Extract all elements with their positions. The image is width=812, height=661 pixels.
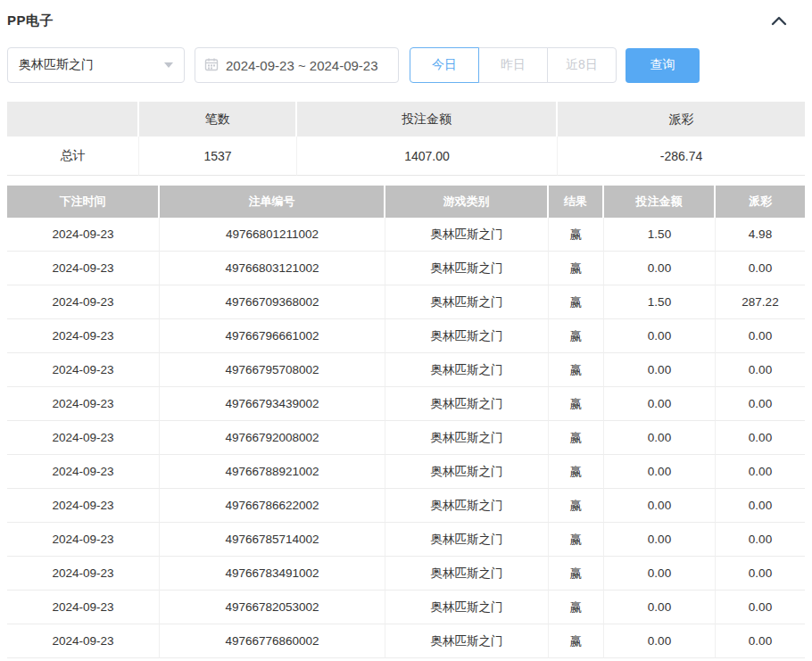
cell-order-number: 49766793439002 bbox=[160, 387, 385, 421]
header-game-category: 游戏类别 bbox=[385, 186, 549, 218]
cell-payout: 287.22 bbox=[716, 285, 805, 319]
page-title: PP电子 bbox=[7, 12, 54, 29]
cell-bet-amount: 0.00 bbox=[604, 455, 716, 489]
game-select[interactable]: 奥林匹斯之门 bbox=[7, 47, 185, 83]
cell-order-number: 49766801211002 bbox=[160, 218, 385, 252]
table-row: 2024-09-23 49766785714002 奥林匹斯之门 赢 0.00 … bbox=[7, 523, 805, 557]
cell-bet-time: 2024-09-23 bbox=[7, 387, 160, 421]
cell-result: 赢 bbox=[549, 387, 604, 421]
last-8-days-button[interactable]: 近8日 bbox=[547, 47, 617, 83]
cell-game-category: 奥林匹斯之门 bbox=[385, 252, 549, 285]
cell-bet-amount: 0.00 bbox=[604, 353, 716, 387]
table-row: 2024-09-23 49766796661002 奥林匹斯之门 赢 0.00 … bbox=[7, 319, 805, 353]
pp-electronic-panel: PP电子 奥林匹斯之门 bbox=[0, 0, 812, 658]
cell-bet-amount: 0.00 bbox=[604, 624, 716, 658]
cell-result: 赢 bbox=[549, 252, 604, 285]
cell-bet-time: 2024-09-23 bbox=[7, 319, 160, 353]
panel-header: PP电子 bbox=[7, 11, 805, 29]
table-row: 2024-09-23 49766783491002 奥林匹斯之门 赢 0.00 … bbox=[7, 557, 805, 591]
cell-payout: 0.00 bbox=[716, 523, 805, 557]
cell-bet-time: 2024-09-23 bbox=[7, 624, 160, 658]
cell-payout: 0.00 bbox=[716, 591, 805, 624]
cell-bet-time: 2024-09-23 bbox=[7, 489, 160, 523]
today-button[interactable]: 今日 bbox=[410, 47, 479, 83]
table-row: 2024-09-23 49766795708002 奥林匹斯之门 赢 0.00 … bbox=[7, 353, 805, 387]
collapse-button[interactable] bbox=[766, 14, 792, 28]
cell-bet-time: 2024-09-23 bbox=[7, 455, 160, 489]
summary-header-bet-amount: 投注金额 bbox=[297, 102, 558, 136]
cell-payout: 0.00 bbox=[716, 455, 805, 489]
cell-game-category: 奥林匹斯之门 bbox=[385, 421, 549, 455]
cell-payout: 0.00 bbox=[716, 624, 805, 658]
cell-result: 赢 bbox=[549, 421, 604, 455]
bet-records-table: 下注时间 注单编号 游戏类别 结果 投注金额 派彩 2024-09-23 497… bbox=[7, 186, 805, 658]
cell-order-number: 49766796661002 bbox=[160, 319, 385, 353]
cell-game-category: 奥林匹斯之门 bbox=[385, 353, 549, 387]
summary-header-payout: 派彩 bbox=[558, 102, 805, 136]
summary-total-row: 总计 1537 1407.00 -286.74 bbox=[7, 136, 805, 176]
cell-game-category: 奥林匹斯之门 bbox=[385, 455, 549, 489]
summary-header-blank bbox=[7, 102, 139, 136]
date-range-value: 2024-09-23 ~ 2024-09-23 bbox=[226, 58, 378, 73]
cell-result: 赢 bbox=[549, 557, 604, 591]
cell-order-number: 49766788921002 bbox=[160, 455, 385, 489]
cell-bet-time: 2024-09-23 bbox=[7, 252, 160, 285]
cell-payout: 0.00 bbox=[716, 387, 805, 421]
cell-bet-time: 2024-09-23 bbox=[7, 557, 160, 591]
total-payout: -286.74 bbox=[558, 136, 805, 176]
cell-order-number: 49766783491002 bbox=[160, 557, 385, 591]
cell-game-category: 奥林匹斯之门 bbox=[385, 523, 549, 557]
cell-bet-amount: 0.00 bbox=[604, 557, 716, 591]
cell-result: 赢 bbox=[549, 353, 604, 387]
cell-result: 赢 bbox=[549, 624, 604, 658]
cell-order-number: 49766709368002 bbox=[160, 285, 385, 319]
bet-table-header-row: 下注时间 注单编号 游戏类别 结果 投注金额 派彩 bbox=[7, 186, 805, 218]
total-count: 1537 bbox=[139, 136, 297, 176]
cell-bet-time: 2024-09-23 bbox=[7, 285, 160, 319]
date-range-input[interactable]: 2024-09-23 ~ 2024-09-23 bbox=[195, 47, 399, 83]
table-row: 2024-09-23 49766788921002 奥林匹斯之门 赢 0.00 … bbox=[7, 455, 805, 489]
cell-result: 赢 bbox=[549, 523, 604, 557]
cell-bet-amount: 0.00 bbox=[604, 421, 716, 455]
cell-bet-amount: 1.50 bbox=[604, 285, 716, 319]
cell-game-category: 奥林匹斯之门 bbox=[385, 218, 549, 252]
cell-order-number: 49766792008002 bbox=[160, 421, 385, 455]
table-row: 2024-09-23 49766786622002 奥林匹斯之门 赢 0.00 … bbox=[7, 489, 805, 523]
game-select-value: 奥林匹斯之门 bbox=[19, 57, 94, 73]
cell-order-number: 49766803121002 bbox=[160, 252, 385, 285]
cell-bet-time: 2024-09-23 bbox=[7, 218, 160, 252]
table-row: 2024-09-23 49766792008002 奥林匹斯之门 赢 0.00 … bbox=[7, 421, 805, 455]
cell-order-number: 49766785714002 bbox=[160, 523, 385, 557]
cell-bet-amount: 0.00 bbox=[604, 523, 716, 557]
table-row: 2024-09-23 49766709368002 奥林匹斯之门 赢 1.50 … bbox=[7, 285, 805, 319]
cell-result: 赢 bbox=[549, 591, 604, 624]
calendar-icon bbox=[204, 57, 219, 74]
summary-header-row: 笔数 投注金额 派彩 bbox=[7, 102, 805, 136]
query-button[interactable]: 查询 bbox=[626, 48, 700, 83]
cell-game-category: 奥林匹斯之门 bbox=[385, 489, 549, 523]
cell-bet-amount: 0.00 bbox=[604, 489, 716, 523]
header-payout: 派彩 bbox=[716, 186, 805, 218]
cell-bet-time: 2024-09-23 bbox=[7, 523, 160, 557]
bet-table-body: 2024-09-23 49766801211002 奥林匹斯之门 赢 1.50 … bbox=[7, 218, 805, 658]
chevron-up-icon bbox=[771, 16, 787, 26]
header-bet-amount: 投注金额 bbox=[604, 186, 716, 218]
cell-payout: 0.00 bbox=[716, 557, 805, 591]
cell-bet-time: 2024-09-23 bbox=[7, 591, 160, 624]
cell-game-category: 奥林匹斯之门 bbox=[385, 557, 549, 591]
cell-order-number: 49766782053002 bbox=[160, 591, 385, 624]
quick-date-button-group: 今日 昨日 近8日 bbox=[410, 47, 617, 83]
cell-game-category: 奥林匹斯之门 bbox=[385, 591, 549, 624]
cell-order-number: 49766776860002 bbox=[160, 624, 385, 658]
table-row: 2024-09-23 49766803121002 奥林匹斯之门 赢 0.00 … bbox=[7, 252, 805, 285]
cell-bet-amount: 0.00 bbox=[604, 319, 716, 353]
table-row: 2024-09-23 49766793439002 奥林匹斯之门 赢 0.00 … bbox=[7, 387, 805, 421]
filter-bar: 奥林匹斯之门 2024-09-23 ~ 2024-09-23 bbox=[7, 47, 805, 83]
total-label: 总计 bbox=[7, 136, 139, 176]
yesterday-button[interactable]: 昨日 bbox=[478, 47, 548, 83]
cell-payout: 0.00 bbox=[716, 489, 805, 523]
cell-order-number: 49766786622002 bbox=[160, 489, 385, 523]
cell-bet-time: 2024-09-23 bbox=[7, 353, 160, 387]
cell-payout: 4.98 bbox=[716, 218, 805, 252]
table-row: 2024-09-23 49766801211002 奥林匹斯之门 赢 1.50 … bbox=[7, 218, 805, 252]
